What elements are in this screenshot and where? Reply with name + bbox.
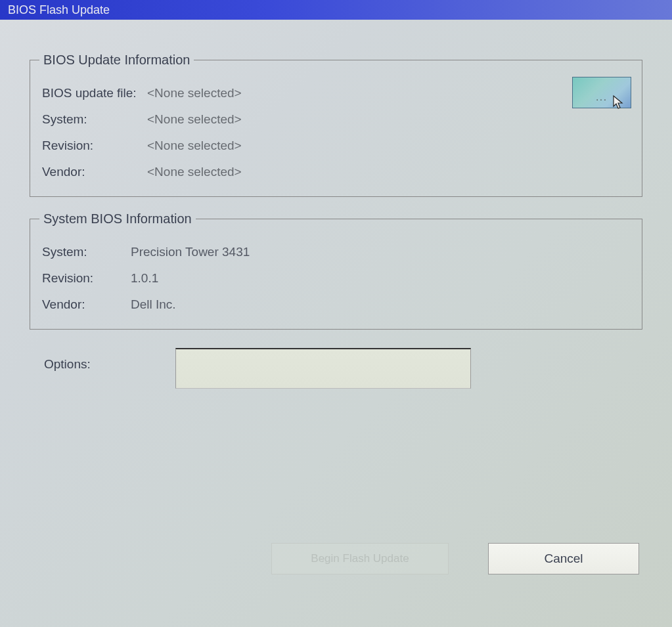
update-file-row: BIOS update file: <None selected> bbox=[42, 86, 630, 100]
system-bios-info-legend: System BIOS Information bbox=[39, 211, 196, 227]
options-label: Options: bbox=[44, 348, 175, 372]
update-vendor-row: Vendor: <None selected> bbox=[42, 165, 630, 179]
update-vendor-label: Vendor: bbox=[42, 165, 147, 179]
cancel-button[interactable]: Cancel bbox=[488, 543, 639, 574]
update-system-value: <None selected> bbox=[147, 112, 242, 127]
button-row: Begin Flash Update Cancel bbox=[33, 543, 639, 574]
system-system-value: Precision Tower 3431 bbox=[131, 245, 250, 259]
window-title: BIOS Flash Update bbox=[8, 3, 110, 17]
begin-flash-update-button: Begin Flash Update bbox=[271, 543, 449, 574]
update-vendor-value: <None selected> bbox=[147, 165, 242, 179]
update-file-value: <None selected> bbox=[147, 86, 242, 100]
system-vendor-value: Dell Inc. bbox=[131, 297, 176, 312]
browse-button-label: ... bbox=[596, 92, 608, 102]
system-vendor-row: Vendor: Dell Inc. bbox=[42, 297, 630, 312]
system-system-row: System: Precision Tower 3431 bbox=[42, 245, 630, 259]
system-revision-value: 1.0.1 bbox=[131, 271, 158, 286]
cancel-button-label: Cancel bbox=[544, 551, 583, 566]
update-file-label: BIOS update file: bbox=[42, 86, 147, 100]
options-input[interactable] bbox=[175, 348, 471, 389]
window-titlebar: BIOS Flash Update bbox=[0, 0, 672, 20]
update-system-row: System: <None selected> bbox=[42, 112, 630, 127]
begin-flash-update-label: Begin Flash Update bbox=[311, 552, 409, 565]
system-revision-row: Revision: 1.0.1 bbox=[42, 271, 630, 286]
bios-update-info-group: BIOS Update Information BIOS update file… bbox=[30, 53, 642, 197]
options-row: Options: bbox=[44, 348, 642, 389]
content-area: BIOS Update Information BIOS update file… bbox=[0, 20, 672, 408]
update-revision-label: Revision: bbox=[42, 139, 147, 153]
update-system-label: System: bbox=[42, 112, 147, 127]
bios-update-info-legend: BIOS Update Information bbox=[39, 53, 194, 68]
update-revision-row: Revision: <None selected> bbox=[42, 139, 630, 153]
system-bios-info-group: System BIOS Information System: Precisio… bbox=[30, 211, 642, 330]
browse-button[interactable]: ... bbox=[572, 77, 631, 108]
update-revision-value: <None selected> bbox=[147, 139, 242, 153]
cursor-icon bbox=[612, 95, 625, 112]
system-revision-label: Revision: bbox=[42, 271, 131, 286]
system-system-label: System: bbox=[42, 245, 131, 259]
system-vendor-label: Vendor: bbox=[42, 297, 131, 312]
